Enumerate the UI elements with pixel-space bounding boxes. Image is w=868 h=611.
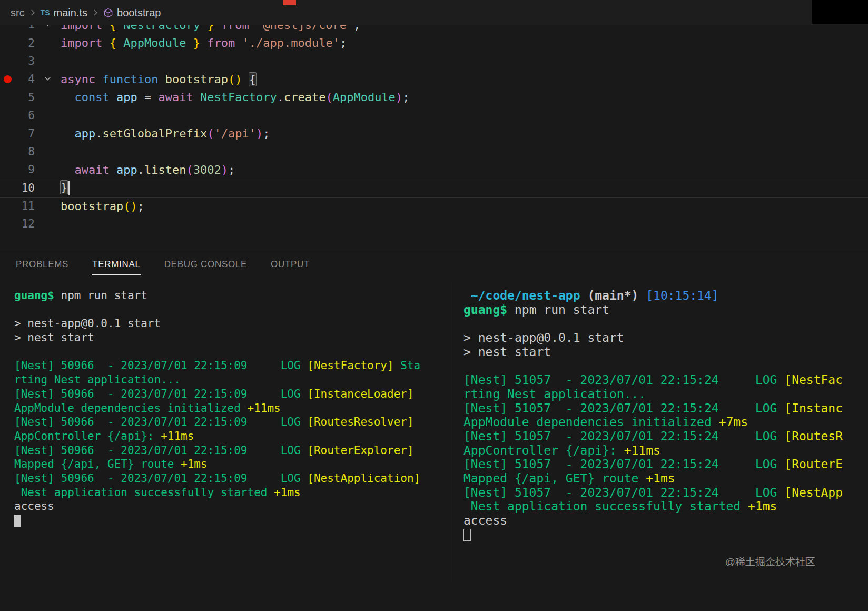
- terminal-text: [RouterExplorer]: [307, 444, 413, 457]
- code-token: from: [207, 36, 235, 50]
- terminal-line: access: [14, 499, 453, 514]
- code-token: {: [249, 72, 257, 86]
- code-token: .: [277, 91, 284, 104]
- code-token: app: [116, 91, 137, 104]
- terminal-line: [Nest] 51057 - 2023/07/01 22:15:24 LOG […: [463, 457, 868, 471]
- terminal-text: [InstanceLoader]: [307, 388, 413, 400]
- screenshot-artifact-red: [283, 0, 296, 5]
- fold-gutter[interactable]: [35, 73, 61, 86]
- terminal-text: [Nest] 51057 - 2023/07/01 22:15:24 LOG: [463, 429, 784, 443]
- breakpoint-icon: [4, 75, 12, 83]
- terminal-text: [Nest] 50966 - 2023/07/01 22:15:09 LOG: [14, 472, 307, 485]
- editor-line[interactable]: 4async function bootstrap() {: [0, 70, 868, 88]
- terminal-line: [14, 514, 453, 528]
- code-token: ;: [263, 127, 270, 140]
- code-token: import: [61, 36, 102, 50]
- line-number: 6: [15, 109, 35, 122]
- terminal-line: > nest-app@0.0.1 start: [463, 331, 868, 345]
- terminal-text: [Nest] 50966 - 2023/07/01 22:15:09 LOG: [14, 388, 307, 400]
- code-token: {: [110, 36, 116, 50]
- editor-line[interactable]: 2import { AppModule } from './app.module…: [0, 34, 868, 52]
- terminal-line: [Nest] 50966 - 2023/07/01 22:15:09 LOG […: [14, 415, 453, 429]
- code-token: ;: [402, 91, 409, 104]
- chevron-right-icon: [91, 8, 100, 17]
- terminal-cursor: [14, 515, 21, 527]
- code-lines: 1import { NestFactory } from '@nestjs/co…: [0, 16, 868, 233]
- terminal-text: > nest start: [463, 345, 551, 359]
- breadcrumb-item-bootstrap[interactable]: bootstrap: [103, 7, 161, 19]
- terminal-text: AppController {/api}:: [14, 430, 161, 442]
- terminal-line: [463, 359, 868, 373]
- editor-line[interactable]: 10}: [0, 179, 868, 197]
- code-token: [200, 36, 207, 50]
- editor-line[interactable]: 6: [0, 106, 868, 124]
- terminal-line: [Nest] 51057 - 2023/07/01 22:15:24 LOG […: [463, 486, 868, 500]
- editor-line[interactable]: 5 const app = await NestFactory.create(A…: [0, 88, 868, 106]
- code-token: [61, 163, 75, 176]
- code-token: [110, 163, 116, 176]
- terminal-line: AppController {/api}: +11ms: [14, 429, 453, 444]
- line-number: 8: [15, 145, 35, 158]
- code-token: .: [137, 163, 144, 176]
- code-token: setGlobalPrefix: [103, 127, 208, 140]
- terminal-line: [463, 528, 868, 542]
- terminal-text: +1ms: [181, 458, 208, 470]
- code-token: [61, 127, 75, 140]
- terminal-text: AppController {/api}:: [463, 444, 624, 457]
- terminal-left[interactable]: guang$ npm run start> nest-app@0.0.1 sta…: [0, 282, 453, 611]
- terminal-line: [14, 303, 453, 317]
- code-token: [102, 36, 109, 50]
- chevron-right-icon: [28, 8, 37, 17]
- terminal-text: +11ms: [624, 444, 660, 457]
- code-token: bootstrap: [61, 200, 123, 213]
- breakpoint-gutter[interactable]: [0, 75, 15, 83]
- editor-line[interactable]: 7 app.setGlobalPrefix('/api');: [0, 124, 868, 142]
- terminal-line: > nest start: [463, 345, 868, 359]
- code-token: [186, 36, 193, 50]
- code-line-text: import { AppModule } from './app.module'…: [61, 36, 347, 50]
- editor-line[interactable]: 9 await app.listen(3002);: [0, 161, 868, 179]
- code-token: (: [207, 127, 214, 140]
- ts-file-icon: TS: [41, 8, 50, 17]
- code-token: }: [193, 36, 200, 50]
- terminal-text: npm run start: [54, 289, 147, 302]
- code-line-text: }: [61, 181, 70, 195]
- terminal-text: +1ms: [646, 471, 675, 485]
- terminal-text: access: [463, 514, 507, 527]
- watermark: @稀土掘金技术社区: [725, 555, 815, 569]
- tab-terminal[interactable]: TERMINAL: [92, 259, 141, 275]
- tab-output[interactable]: OUTPUT: [271, 259, 310, 274]
- tab-debug-console[interactable]: DEBUG CONSOLE: [164, 259, 247, 274]
- code-editor[interactable]: 1import { NestFactory } from '@nestjs/co…: [0, 0, 868, 251]
- terminal-text: access: [14, 500, 54, 513]
- code-token: './app.module': [242, 36, 339, 50]
- terminal-text: guang$: [463, 303, 507, 317]
- breadcrumb-item-src[interactable]: src: [11, 7, 25, 19]
- code-token: AppModule: [123, 36, 186, 50]
- tab-problems[interactable]: PROBLEMS: [16, 259, 68, 274]
- editor-line[interactable]: 12: [0, 215, 868, 233]
- line-number: 5: [15, 91, 35, 104]
- terminal-text: +11ms: [248, 402, 281, 415]
- code-token: const: [75, 91, 110, 104]
- editor-line[interactable]: 3: [0, 52, 868, 70]
- terminal-line: Mapped {/api, GET} route +1ms: [463, 471, 868, 486]
- terminal-line: [Nest] 50966 - 2023/07/01 22:15:09 LOG […: [14, 444, 453, 458]
- code-token: (): [123, 200, 137, 213]
- terminal-text: [Nest] 51057 - 2023/07/01 22:15:24 LOG: [463, 401, 784, 415]
- terminal-text: Nest application successfully started: [14, 486, 274, 499]
- terminal-line: [Nest] 51057 - 2023/07/01 22:15:24 LOG […: [463, 429, 868, 444]
- code-token: =: [137, 91, 159, 104]
- code-line-text: await app.listen(3002);: [61, 163, 235, 176]
- line-number: 3: [15, 55, 35, 67]
- terminal-split-divider[interactable]: [453, 282, 453, 582]
- code-token: function: [102, 73, 158, 86]
- code-token: await: [158, 91, 193, 104]
- code-token: [61, 91, 75, 104]
- terminal-text: +1ms: [748, 499, 777, 513]
- code-token: .: [95, 127, 102, 140]
- editor-line[interactable]: 11bootstrap();: [0, 197, 868, 215]
- code-token: async: [61, 73, 95, 86]
- breadcrumb-item-main-ts[interactable]: TSmain.ts: [41, 7, 87, 19]
- editor-line[interactable]: 8: [0, 143, 868, 161]
